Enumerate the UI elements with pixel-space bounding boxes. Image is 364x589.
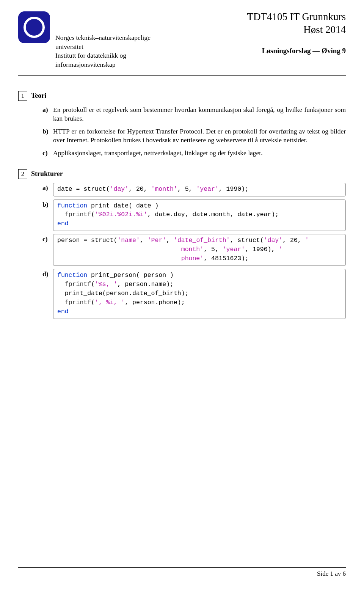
- code-string: 'day': [264, 237, 283, 244]
- code-text: [57, 255, 181, 262]
- item-list: a) date = struct('day', 20, 'month', 5, …: [18, 184, 346, 319]
- code-text: , 20,: [282, 237, 305, 244]
- code-builtin: fprintf: [65, 281, 91, 288]
- code-block-d: function print_person( person ) fprintf(…: [53, 269, 346, 319]
- header-row: Norges teknisk–naturvitenskapelige unive…: [18, 11, 346, 69]
- code-block-c: person = struct('name', 'Per', 'date_of_…: [53, 234, 346, 266]
- item-body: date = struct('day', 20, 'month', 5, 'ye…: [53, 184, 346, 196]
- item-b: b) HTTP er en forkortelse for Hypertext …: [42, 127, 346, 145]
- code-text: (: [91, 211, 95, 218]
- logo-inner: [24, 17, 45, 38]
- code-text: , date.day, date.month, date.year);: [147, 211, 279, 218]
- code-text: (: [91, 299, 95, 306]
- code-string: '%02i.%02i.%i': [95, 211, 147, 218]
- item-label: b): [42, 127, 53, 145]
- code-string: 'date_of_birth': [174, 237, 230, 244]
- item-list: a) En protokoll er et regelverk som best…: [18, 105, 346, 158]
- code-text: ,: [166, 237, 174, 244]
- item-a: a) date = struct('day', 20, 'month', 5, …: [42, 184, 346, 196]
- item-label: c): [42, 235, 53, 266]
- item-c: c) Applikasjonslaget, transportlaget, ne…: [42, 149, 346, 158]
- assignment-subtitle: Løsningsforslag — Øving 9: [247, 46, 346, 55]
- page-number: Side 1 av 6: [317, 570, 346, 577]
- semester: Høst 2014: [247, 24, 346, 36]
- item-label: c): [42, 149, 53, 158]
- item-label: d): [42, 270, 53, 319]
- institution-line: Institutt for datateknikk og: [55, 51, 247, 60]
- ntnu-logo-icon: [18, 11, 50, 43]
- item-body: person = struct('name', 'Per', 'date_of_…: [53, 235, 346, 266]
- code-string: 'day': [110, 185, 129, 193]
- code-string: 'month': [151, 185, 177, 193]
- code-string: ', %i, ': [95, 299, 125, 306]
- code-text: , 5,: [177, 185, 196, 193]
- code-text: , 1990),: [245, 246, 279, 253]
- code-text: , person.phone);: [125, 299, 185, 306]
- code-keyword: end: [57, 308, 69, 315]
- page-footer: Side 1 av 6: [18, 567, 346, 578]
- item-d: d) function print_person( person ) fprin…: [42, 270, 346, 319]
- code-text: , 1990);: [219, 185, 249, 193]
- item-c: c) person = struct('name', 'Per', 'date_…: [42, 235, 346, 266]
- code-text: [57, 281, 65, 288]
- header: Norges teknisk–naturvitenskapelige unive…: [18, 11, 346, 76]
- item-label: a): [42, 184, 53, 196]
- course-title: TDT4105 IT Grunnkurs: [247, 11, 346, 24]
- code-text: [57, 299, 65, 306]
- code-builtin: fprintf: [65, 211, 91, 218]
- code-text: [57, 290, 65, 297]
- item-b: b) function print_date( date ) fprintf('…: [42, 200, 346, 231]
- section-number-box: 1: [18, 91, 27, 101]
- institution-block: Norges teknisk–naturvitenskapelige unive…: [55, 11, 247, 69]
- item-body: En protokoll er et regelverk som bestemm…: [53, 105, 346, 123]
- code-text: [57, 211, 65, 218]
- section-number-box: 2: [18, 169, 27, 179]
- institution-line: informasjonsvitenskap: [55, 60, 247, 69]
- code-text: (: [91, 281, 95, 288]
- institution-line: Norges teknisk–naturvitenskapelige: [55, 33, 247, 42]
- item-label: a): [42, 105, 53, 123]
- code-string: '%s, ': [95, 281, 117, 288]
- code-string: ': [279, 246, 282, 253]
- code-text: , 5,: [204, 246, 223, 253]
- item-body: Applikasjonslaget, transportlaget, nettv…: [53, 149, 346, 158]
- section-title: Strukturer: [31, 169, 63, 178]
- code-string: 'Per': [147, 237, 166, 244]
- titles-block: TDT4105 IT Grunnkurs Høst 2014 Løsningsf…: [247, 11, 346, 55]
- code-text: , struct(: [230, 237, 264, 244]
- item-body: HTTP er en forkortelse for Hypertext Tra…: [53, 127, 346, 145]
- code-text: print_date(person.date_of_birth);: [65, 290, 189, 297]
- code-text: , person.name);: [117, 281, 174, 288]
- code-text: , 48151623);: [204, 255, 249, 262]
- code-string: 'year': [196, 185, 218, 193]
- page: Norges teknisk–naturvitenskapelige unive…: [0, 0, 364, 589]
- item-a: a) En protokoll er et regelverk som best…: [42, 105, 346, 123]
- code-text: ,: [140, 237, 147, 244]
- code-string: 'name': [117, 237, 140, 244]
- code-keyword: function: [57, 272, 87, 279]
- code-text: [57, 246, 181, 253]
- code-string: ': [305, 237, 309, 244]
- item-body: function print_person( person ) fprintf(…: [53, 270, 346, 319]
- section-header: 1 Teori: [18, 91, 346, 101]
- code-text: print_person( person ): [87, 272, 174, 279]
- code-keyword: end: [57, 220, 69, 227]
- code-text: person = struct(: [57, 237, 117, 244]
- code-keyword: function: [57, 202, 87, 209]
- code-text: , 20,: [129, 185, 151, 193]
- section-header: 2 Strukturer: [18, 169, 346, 179]
- code-string: 'year': [223, 246, 245, 253]
- code-text: date = struct(: [57, 185, 110, 193]
- section-strukturer: 2 Strukturer a) date = struct('day', 20,…: [18, 169, 346, 319]
- section-teori: 1 Teori a) En protokoll er et regelverk …: [18, 91, 346, 158]
- code-block-b: function print_date( date ) fprintf('%02…: [53, 199, 346, 231]
- item-body: function print_date( date ) fprintf('%02…: [53, 200, 346, 231]
- institution-line: universitet: [55, 42, 247, 52]
- item-label: b): [42, 200, 53, 231]
- code-string: phone': [181, 255, 204, 262]
- section-title: Teori: [31, 91, 46, 100]
- code-string: month': [181, 246, 204, 253]
- code-block-a: date = struct('day', 20, 'month', 5, 'ye…: [53, 183, 346, 196]
- code-text: print_date( date ): [87, 202, 158, 209]
- code-builtin: fprintf: [65, 299, 91, 306]
